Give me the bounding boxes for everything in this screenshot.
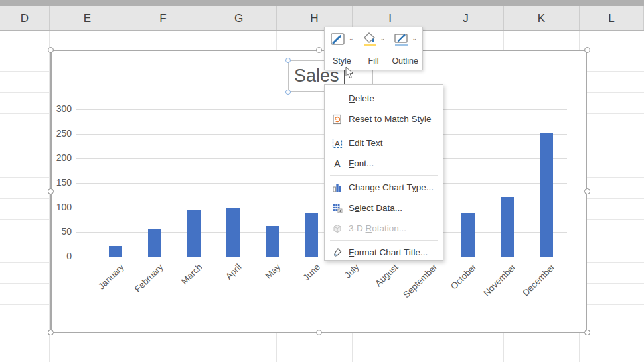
- y-axis-tick-label: 250: [52, 128, 72, 139]
- bar-may[interactable]: [266, 226, 279, 257]
- context-menu: Delete Reset to Match Style A Edit Text …: [324, 84, 443, 261]
- y-axis-tick-label: 0: [52, 251, 72, 261]
- chart-handle-top-right[interactable]: [584, 47, 590, 53]
- column-header-K[interactable]: K: [504, 6, 580, 30]
- x-axis-label-december: December: [521, 262, 557, 298]
- x-axis-label-september: September: [401, 262, 439, 300]
- column-header-D[interactable]: D: [0, 6, 50, 30]
- x-axis-label-july: July: [343, 262, 361, 280]
- 3d-rotation-icon: [331, 223, 343, 234]
- chevron-down-icon: ⌄: [380, 36, 386, 42]
- menu-separator: [330, 175, 438, 176]
- column-header-E[interactable]: E: [50, 6, 125, 30]
- mouse-cursor-icon: [345, 66, 354, 82]
- bar-june[interactable]: [305, 213, 318, 257]
- gridline: [76, 158, 567, 159]
- x-axis-label-january: January: [96, 262, 126, 292]
- y-axis-tick-label: 300: [52, 103, 72, 114]
- x-axis-label-may: May: [264, 262, 283, 281]
- select-data-icon: [331, 203, 343, 213]
- edit-text-icon: A: [331, 138, 343, 149]
- x-axis-label-april: April: [224, 262, 244, 282]
- gridline: [76, 208, 567, 208]
- chart-handle-top-middle[interactable]: [316, 47, 322, 53]
- chart-handle-bottom-left[interactable]: [48, 330, 54, 335]
- chart-handle-bottom-right[interactable]: [584, 330, 590, 335]
- plot-area: 050100150200250300JanuaryFebruaryMarchAp…: [52, 51, 586, 332]
- style-icon: [330, 32, 347, 50]
- format-chart-title-icon: [331, 247, 343, 258]
- x-axis-label-october: October: [449, 262, 479, 292]
- chart-handle-bottom-middle[interactable]: [316, 330, 322, 335]
- font-icon: A: [331, 158, 343, 169]
- style-button[interactable]: ⌄ Style: [326, 30, 358, 67]
- column-header-F[interactable]: F: [125, 6, 201, 30]
- title-handle-bottom-left[interactable]: [285, 90, 291, 95]
- column-header-G[interactable]: G: [201, 6, 277, 30]
- style-label: Style: [333, 56, 351, 66]
- gridline: [76, 134, 567, 135]
- chevron-down-icon: ⌄: [412, 36, 417, 42]
- chart-handle-top-left[interactable]: [48, 47, 54, 53]
- column-header-J[interactable]: J: [428, 6, 504, 30]
- menu-item-edit-text[interactable]: A Edit Text: [325, 133, 443, 153]
- chevron-down-icon: ⌄: [349, 36, 354, 42]
- outline-icon: [393, 32, 410, 50]
- x-axis-label-february: February: [133, 262, 165, 294]
- bar-december[interactable]: [540, 133, 553, 257]
- bar-march[interactable]: [187, 210, 201, 257]
- menu-item-select-data[interactable]: Select Data...: [325, 198, 443, 218]
- x-axis-label-march: March: [179, 262, 204, 286]
- column-header-L[interactable]: L: [580, 6, 644, 30]
- no-icon: [331, 93, 343, 104]
- svg-text:A: A: [335, 139, 340, 147]
- bar-february[interactable]: [148, 229, 161, 257]
- chart-handle-middle-left[interactable]: [48, 188, 54, 194]
- change-chart-type-icon: [331, 182, 343, 193]
- menu-item-3d-rotation: 3-D Rotation...: [325, 218, 443, 239]
- x-axis-line: [76, 257, 567, 257]
- menu-item-reset-to-match-style[interactable]: Reset to Match Style: [325, 109, 443, 129]
- y-axis-tick-label: 150: [52, 177, 72, 188]
- bar-january[interactable]: [109, 246, 122, 257]
- svg-text:A: A: [334, 158, 341, 169]
- sales-chart[interactable]: 050100150200250300JanuaryFebruaryMarchAp…: [50, 50, 587, 333]
- gridline: [76, 109, 567, 110]
- mini-toolbar: ⌄ Style ⌄ Fill: [324, 27, 423, 70]
- menu-separator: [330, 240, 438, 241]
- menu-separator: [330, 131, 438, 131]
- bar-november[interactable]: [501, 197, 514, 257]
- fill-icon: [362, 32, 379, 50]
- x-axis-label-august: August: [373, 262, 400, 288]
- top-strip: [0, 0, 644, 6]
- menu-item-change-chart-type[interactable]: Change Chart Type...: [325, 177, 443, 198]
- menu-item-font[interactable]: A Font...: [325, 153, 443, 174]
- y-axis-tick-label: 100: [52, 202, 72, 212]
- column-headers: DEFGHIJKL: [0, 6, 644, 31]
- menu-item-delete[interactable]: Delete: [325, 88, 443, 109]
- outline-label: Outline: [392, 56, 418, 66]
- x-axis-label-june: June: [301, 262, 321, 282]
- fill-button[interactable]: ⌄ Fill: [358, 30, 390, 67]
- bar-october[interactable]: [461, 213, 475, 257]
- y-axis-tick-label: 50: [52, 226, 72, 237]
- y-axis-tick-label: 200: [52, 152, 72, 163]
- gridline: [76, 183, 567, 184]
- bar-april[interactable]: [226, 208, 240, 257]
- reset-to-match-style-icon: [331, 114, 343, 125]
- x-axis-label-november: November: [481, 262, 518, 298]
- chart-handle-middle-right[interactable]: [584, 188, 590, 194]
- title-handle-top-left[interactable]: [285, 58, 291, 63]
- outline-button[interactable]: ⌄ Outline: [389, 30, 421, 67]
- menu-item-format-chart-title[interactable]: Format Chart Title...: [325, 242, 443, 263]
- fill-label: Fill: [368, 56, 379, 66]
